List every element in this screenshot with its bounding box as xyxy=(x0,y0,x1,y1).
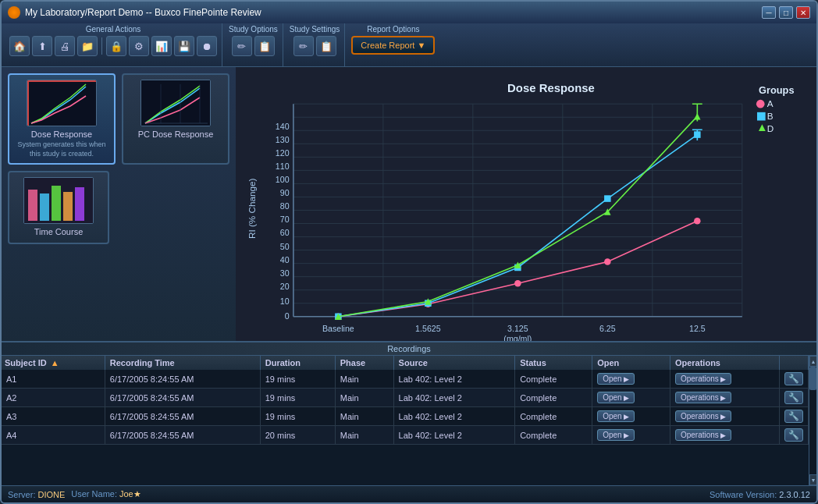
scroll-down-button[interactable]: ▼ xyxy=(809,474,816,485)
user-status: User Name: Joe★ xyxy=(71,489,140,499)
circle-icon-btn[interactable]: ⏺ xyxy=(197,36,217,56)
menu-group-report-options: Report Options Create Report ▼ xyxy=(347,23,439,66)
wrench-button-A1[interactable]: 🔧 xyxy=(784,372,803,385)
svg-text:▲: ▲ xyxy=(756,121,768,133)
cell-phase: Main xyxy=(335,426,393,445)
col-source[interactable]: Source xyxy=(393,356,515,370)
recordings-scrollbar: ▲ ▼ xyxy=(809,356,816,485)
version-label: Software Version: xyxy=(710,490,777,499)
cell-subject-id: A1 xyxy=(2,370,105,389)
settings-icon-btn[interactable]: ⚙ xyxy=(129,36,149,56)
settings-edit-icon-btn[interactable]: ✏ xyxy=(293,36,314,56)
operations-button-A3[interactable]: Operations ▶ xyxy=(675,410,731,422)
wrench-button-A4[interactable]: 🔧 xyxy=(784,428,803,442)
col-operations[interactable]: Operations xyxy=(670,356,779,370)
open-button-A3[interactable]: Open ▶ xyxy=(597,410,634,422)
svg-rect-8 xyxy=(28,190,37,221)
table-row[interactable]: A2 6/17/2005 8:24:55 AM 19 mins Main Lab… xyxy=(2,389,809,407)
col-duration[interactable]: Duration xyxy=(260,356,335,370)
study-settings-icons: ✏ 📋 xyxy=(293,36,336,56)
svg-point-70 xyxy=(514,280,521,287)
server-value: DIONE xyxy=(37,490,65,499)
study-list-icon-btn[interactable]: 📋 xyxy=(254,36,275,56)
open-button-A4[interactable]: Open ▶ xyxy=(597,429,634,441)
home-icon-btn[interactable]: 🏠 xyxy=(9,36,30,56)
window-title: My Laboratory/Report Demo -- Buxco FineP… xyxy=(25,7,757,18)
cell-status: Complete xyxy=(515,407,592,426)
cell-recording-time: 6/17/2005 8:24:55 AM xyxy=(105,426,260,445)
thumbnail-pc-dose-response[interactable]: PC Dose Response xyxy=(122,73,229,165)
maximize-button[interactable]: □ xyxy=(779,6,793,19)
svg-text:30: 30 xyxy=(280,268,290,278)
open-button-A2[interactable]: Open ▶ xyxy=(597,392,634,403)
thumb-label-time-course: Time Course xyxy=(34,227,84,236)
svg-text:0: 0 xyxy=(285,311,290,321)
cell-open: Open ▶ xyxy=(592,370,670,389)
col-phase[interactable]: Phase xyxy=(335,356,393,370)
table-row[interactable]: A3 6/17/2005 8:24:55 AM 19 mins Main Lab… xyxy=(2,407,809,426)
settings-list-icon-btn[interactable]: 📋 xyxy=(316,36,336,56)
svg-text:130: 130 xyxy=(276,135,290,144)
cell-recording-time: 6/17/2005 8:24:55 AM xyxy=(105,389,260,407)
svg-text:120: 120 xyxy=(276,148,290,158)
col-subject-id[interactable]: Subject ID ▲ xyxy=(2,356,105,370)
study-edit-icon-btn[interactable]: ✏ xyxy=(232,36,252,56)
wrench-button-A3[interactable]: 🔧 xyxy=(784,410,803,423)
svg-text:20: 20 xyxy=(280,282,290,291)
scroll-thumb[interactable] xyxy=(809,367,816,390)
user-value: Joe★ xyxy=(119,489,141,499)
table-row[interactable]: A1 6/17/2005 8:24:55 AM 19 mins Main Lab… xyxy=(2,370,809,389)
thumbnail-time-course[interactable]: Time Course xyxy=(8,171,109,244)
minimize-button[interactable]: ─ xyxy=(762,6,776,19)
operations-button-A2[interactable]: Operations ▶ xyxy=(675,392,731,403)
thumb-desc-dose-response: System generates this when this study is… xyxy=(14,140,109,158)
menu-group-study-settings: Study Settings ✏ 📋 xyxy=(285,23,345,66)
svg-point-72 xyxy=(694,218,701,225)
wrench-button-A2[interactable]: 🔧 xyxy=(784,391,803,404)
cell-open: Open ▶ xyxy=(592,407,670,426)
cell-operations: Operations ▶ xyxy=(670,407,779,426)
create-report-button[interactable]: Create Report ▼ xyxy=(351,36,435,55)
thumbnail-row-1: Dose Response System generates this when… xyxy=(8,73,229,165)
svg-text:Groups: Groups xyxy=(759,84,794,96)
lock-icon-btn[interactable]: 🔒 xyxy=(106,36,126,56)
cell-phase: Main xyxy=(335,370,393,389)
cell-recording-time: 6/17/2005 8:24:55 AM xyxy=(105,370,260,389)
operations-button-A4[interactable]: Operations ▶ xyxy=(675,429,731,441)
svg-text:A: A xyxy=(767,98,774,108)
left-panel: Dose Response System generates this when… xyxy=(2,67,236,341)
svg-text:1.5625: 1.5625 xyxy=(415,324,441,333)
sort-arrow-subject-id: ▲ xyxy=(51,358,59,367)
recordings-panel: Recordings Subject ID ▲ Recording Time D… xyxy=(2,341,816,485)
main-window: My Laboratory/Report Demo -- Buxco FineP… xyxy=(0,0,818,504)
print-icon-btn[interactable]: 🖨 xyxy=(55,36,75,56)
up-icon-btn[interactable]: ⬆ xyxy=(32,36,52,56)
recordings-table: Subject ID ▲ Recording Time Duration Pha… xyxy=(2,356,809,445)
col-status[interactable]: Status xyxy=(515,356,592,370)
cell-wrench: 🔧 xyxy=(780,370,809,389)
menu-bar: General Actions 🏠 ⬆ 🖨 📁 🔒 ⚙ 📊 💾 ⏺ Study … xyxy=(2,23,816,67)
thumb-img-pc-dose-response xyxy=(140,80,211,126)
col-open[interactable]: Open xyxy=(592,356,670,370)
folder-icon-btn[interactable]: 📁 xyxy=(77,36,98,56)
chart-area: Dose Response Groups A B ▲ D xyxy=(236,67,816,341)
thumb-label-pc-dose-response: PC Dose Response xyxy=(138,130,214,139)
cell-phase: Main xyxy=(335,407,393,426)
save-icon-btn[interactable]: 💾 xyxy=(174,36,194,56)
main-content: Dose Response System generates this when… xyxy=(2,67,816,341)
thumbnail-dose-response[interactable]: Dose Response System generates this when… xyxy=(8,73,116,165)
svg-rect-76 xyxy=(604,195,611,202)
open-button-A1[interactable]: Open ▶ xyxy=(597,373,634,385)
col-recording-time[interactable]: Recording Time xyxy=(105,356,260,370)
server-label: Server: xyxy=(8,490,35,499)
chart-icon-btn[interactable]: 📊 xyxy=(151,36,172,56)
operations-button-A1[interactable]: Operations ▶ xyxy=(675,373,731,385)
window-controls: ─ □ ✕ xyxy=(762,6,810,19)
scroll-up-button[interactable]: ▲ xyxy=(809,356,816,367)
table-row[interactable]: A4 6/17/2005 8:24:55 AM 20 mins Main Lab… xyxy=(2,426,809,445)
user-label: User Name: xyxy=(71,489,117,499)
cell-subject-id: A2 xyxy=(2,389,105,407)
chart-container: Dose Response Groups A B ▲ D xyxy=(236,67,816,341)
server-status: Server: DIONE xyxy=(8,490,65,499)
close-button[interactable]: ✕ xyxy=(796,6,810,19)
